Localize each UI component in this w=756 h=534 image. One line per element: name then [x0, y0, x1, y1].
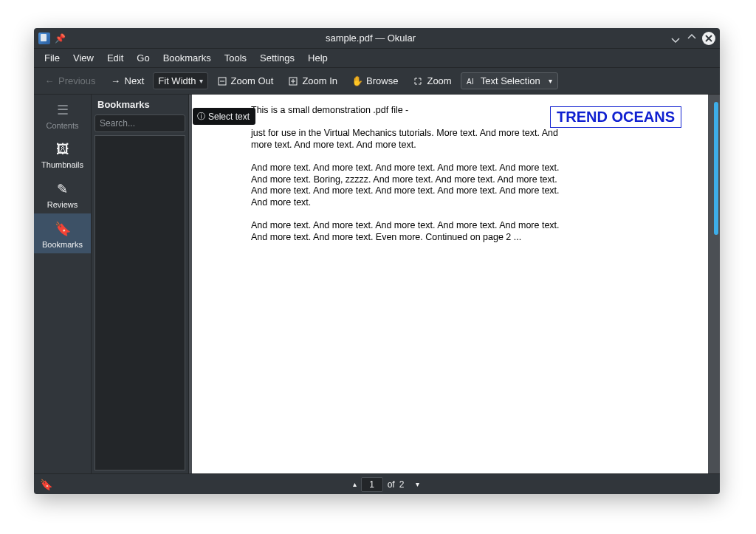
- svg-text:I: I: [472, 78, 474, 86]
- text-para: And more text. And more text. And more t…: [251, 162, 561, 209]
- page-controls: ▴ 1 of 2 ▾: [353, 477, 420, 492]
- sidebar: ☰ Contents 🖼 Thumbnails ✎ Reviews 🔖 Book…: [34, 95, 92, 473]
- menu-settings[interactable]: Settings: [254, 49, 300, 66]
- menubar: File View Edit Go Bookmarks Tools Settin…: [34, 49, 720, 68]
- pin-icon[interactable]: 📌: [55, 33, 66, 44]
- body: ☰ Contents 🖼 Thumbnails ✎ Reviews 🔖 Book…: [34, 95, 720, 473]
- reviews-icon: ✎: [34, 181, 91, 197]
- maximize-button[interactable]: [686, 32, 698, 44]
- zoom-in-button[interactable]: Zoom In: [282, 72, 343, 89]
- sidebar-item-thumbnails[interactable]: 🖼 Thumbnails: [34, 134, 91, 174]
- menu-file[interactable]: File: [38, 49, 66, 66]
- bookmarks-list[interactable]: [94, 135, 185, 470]
- browse-label: Browse: [366, 75, 398, 86]
- titlebar: 📌 sample.pdf — Okular: [34, 28, 720, 49]
- minimize-button[interactable]: [670, 32, 681, 44]
- document-view[interactable]: Select text TREND OCEANS This is a small…: [189, 95, 720, 473]
- arrow-right-icon: →: [111, 76, 121, 86]
- next-button[interactable]: → Next: [105, 72, 151, 89]
- page-up-icon[interactable]: ▴: [353, 480, 357, 488]
- text-selection-button[interactable]: AI Text Selection ▾: [461, 72, 558, 89]
- previous-button[interactable]: ← Previous: [38, 72, 102, 89]
- sidebar-item-label: Bookmarks: [42, 240, 83, 249]
- bookmark-icon[interactable]: 🔖: [40, 479, 52, 490]
- menu-help[interactable]: Help: [302, 49, 334, 66]
- stamp: TREND OCEANS: [550, 106, 681, 128]
- zoom-button[interactable]: Zoom: [407, 72, 457, 89]
- contents-icon: ☰: [34, 102, 91, 118]
- zoom-mode-label: Fit Width: [158, 75, 196, 86]
- sidebar-item-bookmarks[interactable]: 🔖 Bookmarks: [34, 213, 91, 253]
- sidebar-item-label: Contents: [46, 121, 78, 130]
- window-title: sample.pdf — Okular: [72, 32, 670, 44]
- zoom-out-label: Zoom Out: [231, 75, 274, 86]
- page-dropdown-icon[interactable]: ▾: [416, 480, 419, 488]
- window-buttons: [670, 32, 715, 45]
- panel-title: Bookmarks: [92, 95, 188, 114]
- scrollbar[interactable]: [714, 102, 718, 235]
- browse-button[interactable]: ✋ Browse: [346, 72, 404, 89]
- hand-icon: ✋: [352, 76, 362, 86]
- sidebar-item-label: Thumbnails: [41, 160, 83, 169]
- search-placeholder: Search...: [100, 118, 135, 129]
- zoom-out-button[interactable]: Zoom Out: [211, 72, 280, 89]
- text-line: This is a small demonstration .pdf file …: [251, 105, 561, 117]
- zoom-icon: [413, 76, 423, 86]
- sidebar-item-label: Reviews: [47, 200, 78, 209]
- chevron-down-icon: ▾: [549, 77, 552, 85]
- search-input[interactable]: Search...: [94, 114, 185, 132]
- of-label: of: [388, 479, 395, 490]
- close-button[interactable]: [702, 32, 715, 45]
- menu-bookmarks[interactable]: Bookmarks: [157, 49, 217, 66]
- document-page[interactable]: TREND OCEANS This is a small demonstrati…: [192, 95, 708, 473]
- text-para: just for use in the Virtual Mechanics tu…: [251, 128, 561, 151]
- svg-text:A: A: [467, 78, 472, 86]
- text-para: And more text. And more text. And more t…: [251, 220, 561, 243]
- bookmarks-panel: Bookmarks Search...: [92, 95, 189, 473]
- toolbar: ← Previous → Next Fit Width ▾ Zoom Out Z…: [34, 68, 720, 95]
- menu-tools[interactable]: Tools: [219, 49, 252, 66]
- menu-edit[interactable]: Edit: [101, 49, 129, 66]
- tooltip-text: Select text: [208, 112, 250, 122]
- current-page-input[interactable]: 1: [361, 477, 383, 492]
- app-icon: [38, 32, 50, 44]
- text-selection-icon: AI: [467, 76, 477, 86]
- zoom-in-icon: [288, 76, 298, 86]
- sidebar-item-contents[interactable]: ☰ Contents: [34, 95, 91, 134]
- menu-view[interactable]: View: [67, 49, 100, 66]
- previous-label: Previous: [58, 75, 96, 86]
- next-label: Next: [125, 75, 145, 86]
- tooltip: Select text: [193, 108, 255, 125]
- sidebar-item-reviews[interactable]: ✎ Reviews: [34, 174, 91, 213]
- bookmarks-icon: 🔖: [34, 221, 91, 237]
- text-selection-label: Text Selection: [481, 75, 540, 86]
- menu-go[interactable]: Go: [131, 49, 155, 66]
- total-pages: 2: [399, 479, 405, 490]
- zoom-mode-select[interactable]: Fit Width ▾: [153, 72, 207, 89]
- thumbnails-icon: 🖼: [34, 142, 91, 157]
- statusbar: 🔖 ▴ 1 of 2 ▾: [34, 473, 720, 494]
- zoom-in-label: Zoom In: [302, 75, 337, 86]
- zoom-out-icon: [217, 76, 227, 86]
- chevron-down-icon: ▾: [199, 77, 203, 85]
- arrow-left-icon: ←: [44, 76, 55, 86]
- zoom-label: Zoom: [427, 75, 451, 86]
- app-window: 📌 sample.pdf — Okular File View Edit Go …: [34, 28, 720, 494]
